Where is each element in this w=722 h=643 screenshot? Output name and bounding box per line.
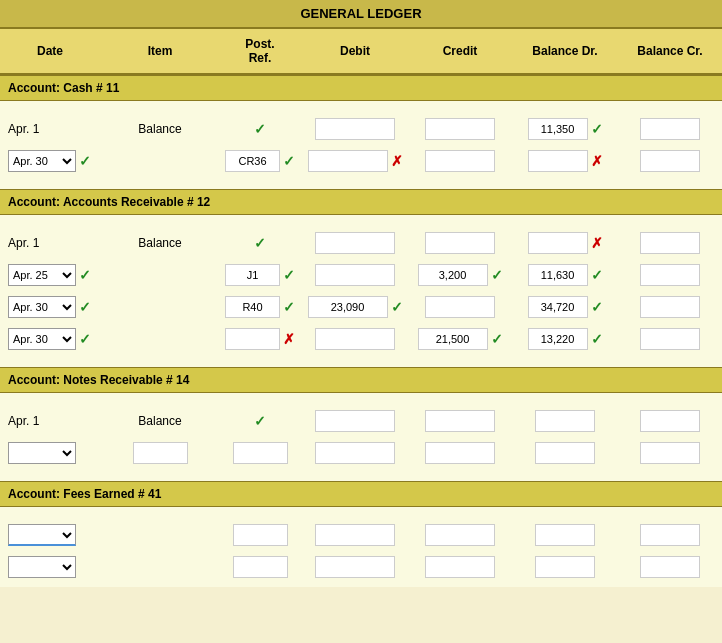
balance-dr-cell[interactable] — [510, 554, 620, 580]
balance-dr-input[interactable] — [528, 150, 588, 172]
balance-cr-cell[interactable] — [620, 262, 720, 288]
date-select[interactable]: Apr. 30 — [8, 150, 76, 172]
balance-cr-input[interactable] — [640, 524, 700, 546]
debit-input[interactable] — [308, 150, 388, 172]
item-input[interactable] — [133, 442, 188, 464]
balance-cr-input[interactable] — [640, 296, 700, 318]
debit-input[interactable] — [315, 232, 395, 254]
balance-dr-input[interactable] — [535, 524, 595, 546]
date-cell: Apr. 30 ✓ — [0, 326, 100, 352]
balance-cr-cell[interactable] — [620, 148, 720, 174]
credit-input[interactable] — [425, 556, 495, 578]
debit-input[interactable] — [315, 524, 395, 546]
credit-input[interactable] — [418, 264, 488, 286]
balance-cr-input[interactable] — [640, 328, 700, 350]
credit-input[interactable] — [425, 150, 495, 172]
post-ref-cell[interactable] — [220, 554, 300, 580]
debit-input[interactable] — [315, 556, 395, 578]
credit-cell[interactable] — [410, 408, 510, 434]
balance-cr-cell[interactable] — [620, 408, 720, 434]
balance-dr-cell[interactable] — [510, 440, 620, 466]
debit-cell[interactable] — [300, 326, 410, 352]
credit-input[interactable] — [425, 296, 495, 318]
balance-cr-input[interactable] — [640, 556, 700, 578]
date-select[interactable] — [8, 524, 76, 546]
balance-dr-input[interactable] — [528, 328, 588, 350]
debit-cell[interactable] — [300, 522, 410, 548]
table-row — [0, 437, 722, 469]
balance-cr-input[interactable] — [640, 442, 700, 464]
credit-cell[interactable] — [410, 554, 510, 580]
balance-dr-input[interactable] — [528, 264, 588, 286]
post-ref-input[interactable] — [225, 296, 280, 318]
balance-cr-input[interactable] — [640, 264, 700, 286]
balance-dr-input[interactable] — [528, 118, 588, 140]
balance-cr-cell[interactable] — [620, 294, 720, 320]
balance-cr-cell[interactable] — [620, 440, 720, 466]
item-cell[interactable] — [100, 440, 220, 466]
balance-cr-cell[interactable] — [620, 116, 720, 142]
credit-cell[interactable] — [410, 440, 510, 466]
date-select[interactable] — [8, 442, 76, 464]
balance-dr-cell[interactable] — [510, 522, 620, 548]
credit-input[interactable] — [425, 524, 495, 546]
balance-cr-cell[interactable] — [620, 554, 720, 580]
balance-dr-input[interactable] — [528, 232, 588, 254]
debit-input[interactable] — [315, 410, 395, 432]
debit-cell: ✓ — [300, 294, 410, 320]
post-ref-cell[interactable] — [220, 440, 300, 466]
credit-input[interactable] — [425, 442, 495, 464]
debit-cell[interactable] — [300, 262, 410, 288]
balance-cr-cell[interactable] — [620, 230, 720, 256]
check-icon: ✓ — [283, 267, 295, 283]
debit-input[interactable] — [315, 118, 395, 140]
balance-cr-input[interactable] — [640, 232, 700, 254]
col-credit: Credit — [410, 33, 510, 69]
credit-cell[interactable] — [410, 230, 510, 256]
post-ref-cell[interactable] — [220, 522, 300, 548]
debit-cell[interactable] — [300, 116, 410, 142]
balance-cr-cell[interactable] — [620, 522, 720, 548]
balance-dr-input[interactable] — [535, 410, 595, 432]
credit-cell[interactable] — [410, 116, 510, 142]
table-row — [0, 551, 722, 583]
credit-input[interactable] — [425, 232, 495, 254]
account-section-ar: Apr. 1 Balance ✓ ✗ Apr. 25 ✓ ✓ — [0, 215, 722, 367]
balance-cr-cell[interactable] — [620, 326, 720, 352]
balance-dr-input[interactable] — [535, 556, 595, 578]
credit-input[interactable] — [418, 328, 488, 350]
balance-dr-cell[interactable] — [510, 408, 620, 434]
date-select[interactable]: Apr. 30 — [8, 296, 76, 318]
balance-dr-input[interactable] — [535, 442, 595, 464]
credit-cell[interactable] — [410, 522, 510, 548]
debit-cell[interactable] — [300, 408, 410, 434]
credit-input[interactable] — [425, 118, 495, 140]
date-select[interactable]: Apr. 30 — [8, 328, 76, 350]
debit-input[interactable] — [315, 328, 395, 350]
debit-input[interactable] — [315, 442, 395, 464]
post-ref-input[interactable] — [225, 328, 280, 350]
date-select[interactable]: Apr. 25 — [8, 264, 76, 286]
post-ref-input[interactable] — [233, 442, 288, 464]
date-select[interactable] — [8, 556, 76, 578]
debit-cell[interactable] — [300, 440, 410, 466]
balance-dr-input[interactable] — [528, 296, 588, 318]
cross-icon: ✗ — [391, 153, 403, 169]
check-icon: ✓ — [79, 299, 91, 315]
balance-cr-input[interactable] — [640, 150, 700, 172]
post-ref-cell: ✓ — [220, 294, 300, 320]
date-cell — [0, 554, 100, 580]
credit-input[interactable] — [425, 410, 495, 432]
post-ref-input[interactable] — [225, 150, 280, 172]
debit-input[interactable] — [315, 264, 395, 286]
debit-cell[interactable] — [300, 554, 410, 580]
credit-cell[interactable] — [410, 294, 510, 320]
debit-cell[interactable] — [300, 230, 410, 256]
balance-cr-input[interactable] — [640, 410, 700, 432]
post-ref-input[interactable] — [233, 524, 288, 546]
balance-cr-input[interactable] — [640, 118, 700, 140]
credit-cell[interactable] — [410, 148, 510, 174]
debit-input[interactable] — [308, 296, 388, 318]
post-ref-input[interactable] — [233, 556, 288, 578]
post-ref-input[interactable] — [225, 264, 280, 286]
